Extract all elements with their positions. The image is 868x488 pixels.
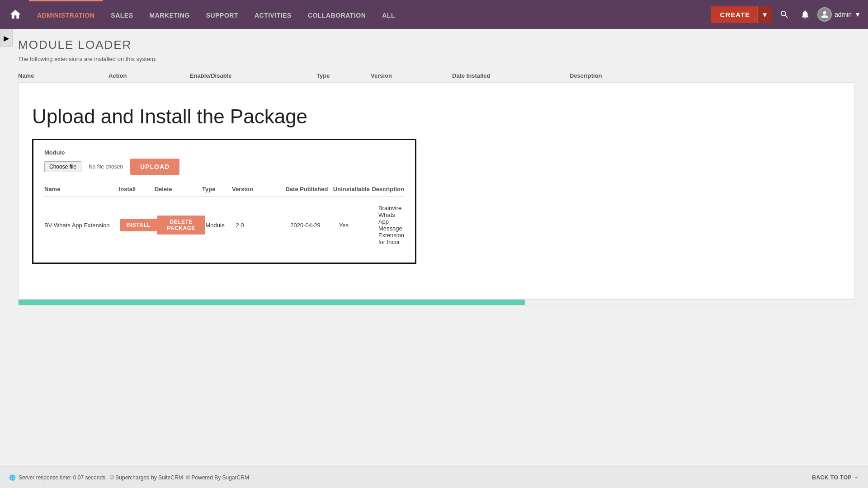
nav-item-activities[interactable]: ACTIVITIES	[246, 0, 300, 29]
upload-button[interactable]: UPLOAD	[130, 159, 179, 175]
package-box: Module Choose file No file chosen UPLOAD…	[32, 139, 416, 264]
pkg-col-header-desc: Description	[372, 186, 404, 192]
page-title: MODULE LOADER	[18, 38, 854, 52]
nav-item-support[interactable]: SUPPORT	[198, 0, 246, 29]
powered-text: © Powered By SugarCRM	[186, 474, 249, 481]
footer-globe-icon: 🌐	[9, 474, 16, 481]
search-icon	[779, 9, 789, 19]
notifications-button[interactable]	[797, 6, 814, 23]
sidebar-toggle[interactable]: ▶	[0, 29, 13, 47]
home-icon	[9, 8, 22, 21]
nav-items: ADMINISTRATION SALES MARKETING SUPPORT A…	[29, 0, 711, 29]
nav-item-marketing[interactable]: MARKETING	[141, 0, 198, 29]
nav-bar: ADMINISTRATION SALES MARKETING SUPPORT A…	[0, 0, 868, 29]
file-row: Choose file No file chosen UPLOAD	[44, 159, 404, 175]
choose-file-button[interactable]: Choose file	[44, 161, 81, 172]
nav-item-collaboration[interactable]: COLLABORATION	[300, 0, 374, 29]
search-button[interactable]	[776, 6, 793, 23]
main-content: MODULE LOADER The following extensions a…	[0, 29, 868, 466]
scroll-thumb	[19, 300, 525, 305]
nav-item-sales[interactable]: SALES	[103, 0, 141, 29]
pkg-name: BV Whats App Extension	[44, 222, 120, 229]
delete-package-button[interactable]: DELETE PACKAGE	[157, 216, 205, 235]
nav-right: CREATE ▼ admin ▼	[711, 6, 861, 23]
col-header-action: Action	[108, 72, 190, 79]
pkg-date: 2020-04-29	[290, 222, 339, 229]
col-header-enable: Enable/Disable	[190, 72, 316, 79]
col-header-version: Version	[371, 72, 452, 79]
pkg-col-header-date: Date Published	[285, 186, 333, 192]
pkg-install-cell: INSTALL	[120, 219, 157, 231]
col-header-date: Date Installed	[452, 72, 570, 79]
no-file-text: No file chosen	[89, 164, 123, 170]
pkg-desc: Brainvire Whats App Message Extension fo…	[378, 205, 404, 245]
page-subtitle: The following extensions are installed o…	[18, 56, 854, 62]
table-row: BV Whats App Extension INSTALL DELETE PA…	[44, 201, 404, 249]
avatar	[817, 7, 832, 22]
pkg-col-header-install: Install	[119, 186, 155, 192]
pkg-col-header-version: Version	[232, 186, 286, 192]
create-button[interactable]: CREATE ▼	[711, 6, 772, 23]
install-button[interactable]: INSTALL	[120, 219, 157, 231]
pkg-delete-cell: DELETE PACKAGE	[157, 216, 205, 235]
admin-menu[interactable]: admin ▼	[817, 7, 861, 22]
back-to-top[interactable]: BACK TO TOP	[812, 474, 859, 481]
supercharged-text: © Supercharged by SuiteCRM	[110, 474, 183, 481]
scroll-area[interactable]: Upload and Install the Package Module Ch…	[18, 82, 854, 299]
upload-title: Upload and Install the Package	[32, 105, 840, 128]
pkg-col-header-name: Name	[44, 186, 119, 192]
chevron-up-icon	[854, 475, 859, 480]
scroll-inner: Upload and Install the Package Module Ch…	[19, 83, 854, 282]
bell-icon	[800, 9, 810, 19]
pkg-col-header-type: Type	[202, 186, 232, 192]
col-header-type: Type	[316, 72, 371, 79]
table-header: Name Action Enable/Disable Type Version …	[18, 70, 854, 82]
horizontal-scrollbar[interactable]	[18, 299, 854, 305]
pkg-col-header-delete: Delete	[155, 186, 202, 192]
pkg-uninstallable: Yes	[339, 222, 378, 229]
col-header-desc: Description	[570, 72, 854, 79]
pkg-version: 2.0	[236, 222, 291, 229]
home-button[interactable]	[5, 5, 25, 24]
footer: 🌐 Server response time: 0.07 seconds. © …	[0, 466, 868, 488]
pkg-type: Module	[205, 222, 236, 229]
nav-item-administration[interactable]: ADMINISTRATION	[29, 0, 103, 29]
nav-item-all[interactable]: ALL	[374, 0, 403, 29]
create-dropdown-arrow[interactable]: ▼	[757, 6, 772, 23]
col-header-name: Name	[18, 72, 108, 79]
pkg-table-header: Name Install Delete Type Version Date Pu…	[44, 184, 404, 197]
server-time: Server response time: 0.07 seconds.	[19, 474, 107, 481]
module-label: Module	[44, 149, 404, 156]
pkg-col-header-uninst: Uninstallable	[333, 186, 372, 192]
